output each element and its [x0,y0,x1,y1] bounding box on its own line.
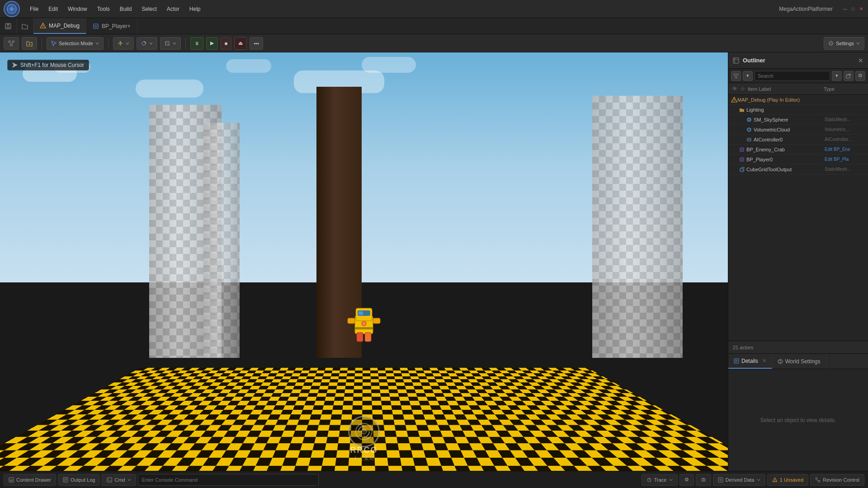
outliner-close-button[interactable]: ✕ [858,57,863,64]
more-options-button[interactable]: ••• [250,37,263,50]
world-settings-tab[interactable]: World Settings [772,354,826,369]
revision-control-button[interactable]: Revision Control [810,474,864,486]
svg-rect-60 [740,158,744,161]
derived-dropdown-icon [757,478,760,482]
sky-sphere-label: SM_SkySphere [754,117,825,122]
ellipsis-icon: ••• [254,41,259,46]
stop-button[interactable]: ■ [221,37,232,50]
outliner-item-sky-sphere[interactable]: SM_SkySphere StaticMesh... [728,115,868,125]
pause-icon: ⏸ [194,41,199,46]
selection-mode-button[interactable]: Selection Mode [47,37,104,50]
transform-button[interactable] [113,37,134,50]
cube-grid-type: StaticMesh... [825,167,865,172]
settings-button[interactable]: Settings [824,37,864,50]
outliner-item-cube-grid[interactable]: CubeGridToolOutput StaticMesh... [728,164,868,174]
unsaved-button[interactable]: 1 Unsaved [767,474,809,486]
scale-button[interactable] [160,37,181,50]
static-mesh-icon [746,117,752,122]
window-controls: — □ ✕ [842,6,864,12]
viewport[interactable]: Shift+F1 for Mouse Cursor RRCG 人人素材 [0,52,728,471]
browse-button[interactable] [22,37,37,50]
maximize-button[interactable]: □ [850,6,856,12]
warning-icon [40,23,46,29]
menu-actor[interactable]: Actor [162,4,184,14]
menu-window[interactable]: Window [63,4,92,14]
bp-player-type[interactable]: Edit BP_Pla [825,157,865,162]
settings-label: Settings [836,41,854,46]
outliner-filter-button[interactable] [731,71,741,81]
outliner-item-map-debug[interactable]: MAP_Debug (Play In Editor) [728,95,868,105]
play-button[interactable]: ▶ [206,37,218,50]
details-close-button[interactable]: ✕ [762,358,766,364]
svg-rect-29 [348,318,355,324]
bp-enemy-crab-type[interactable]: Edit BP_Ene [825,147,865,152]
svg-marker-36 [12,62,18,68]
outliner-item-volumetric-cloud[interactable]: VolumetricCloud Volumetric... [728,125,868,135]
outliner-settings-button[interactable]: ⚙ [855,71,865,81]
menu-build[interactable]: Build [115,4,137,14]
tab-map-debug-label: MAP_Debug [49,23,80,29]
cube-icon [739,167,745,172]
outliner-dropdown-button[interactable]: ▾ [832,71,842,81]
tab-bar: MAP_Debug BP_Player+ [0,18,868,34]
tab-bp-player[interactable]: BP_Player+ [86,18,137,34]
outliner-item-bp-player[interactable]: BP_Player0 Edit BP_Pla [728,155,868,164]
outliner-item-ai-controller[interactable]: AIController0 AIController... [728,135,868,145]
eject-button[interactable]: ⏏ [234,37,247,50]
svg-point-9 [9,41,10,42]
browse-icon [26,40,33,47]
character-svg [346,305,382,345]
actor-count-label: 21 actors [733,345,753,350]
watermark-text: RRCG [350,446,378,455]
svg-point-48 [734,101,735,102]
menu-help[interactable]: Help [185,4,205,14]
minimize-button[interactable]: — [842,6,848,12]
svg-rect-33 [355,327,373,329]
outliner-sort-button[interactable]: ▾ [743,71,753,81]
menu-tools[interactable]: Tools [93,4,114,14]
menu-file[interactable]: File [25,4,43,14]
svg-rect-30 [373,318,380,324]
svg-line-23 [165,42,169,45]
svg-point-53 [747,129,751,131]
cmd-button[interactable]: Cmd [102,474,136,486]
rotate-button[interactable] [137,37,157,50]
output-log-button[interactable]: Output Log [58,474,100,486]
derived-data-icon [718,477,723,483]
console-input[interactable] [138,474,319,486]
transform-icon [117,40,123,47]
menu-select[interactable]: Select [137,4,161,14]
capture-button[interactable] [696,474,711,486]
outliner-search-input[interactable] [755,71,830,81]
controller-icon [746,137,752,142]
svg-point-90 [774,481,775,481]
menu-edit[interactable]: Edit [44,4,62,14]
tab-save[interactable] [0,18,17,34]
cmd-dropdown-icon [127,478,131,482]
eject-icon: ⏏ [238,40,243,46]
revision-icon [815,477,821,483]
outliner-add-button[interactable] [844,71,854,81]
content-drawer-label: Content Drawer [16,477,51,483]
content-drawer-button[interactable]: Content Drawer [4,474,56,486]
derived-data-button[interactable]: Derived Data [713,474,765,486]
trace-button[interactable]: Trace [642,474,678,486]
svg-rect-44 [846,75,850,78]
pause-button[interactable]: ⏸ [190,37,203,50]
source-control-button[interactable] [4,37,19,50]
col-type-label: Type [824,86,864,92]
outliner-item-lighting[interactable]: Lighting [728,105,868,115]
visibility-col-icon: 👁 [732,85,738,92]
outliner-item-bp-enemy-crab[interactable]: BP_Enemy_Crab Edit BP_Ene [728,145,868,155]
outliner-list: MAP_Debug (Play In Editor) Lighting [728,95,868,341]
capture-icon [701,477,706,483]
settings-small-button[interactable]: ⚙ [679,474,694,486]
tab-open-folder[interactable] [17,18,33,34]
cursor-hint-text: Shift+F1 for Mouse Cursor [20,62,84,68]
close-button[interactable]: ✕ [858,6,864,12]
svg-rect-3 [7,23,9,26]
scale-icon [164,40,170,47]
details-tab[interactable]: Details ✕ [728,354,772,369]
svg-rect-41 [733,58,739,63]
tab-map-debug[interactable]: MAP_Debug [33,18,86,34]
